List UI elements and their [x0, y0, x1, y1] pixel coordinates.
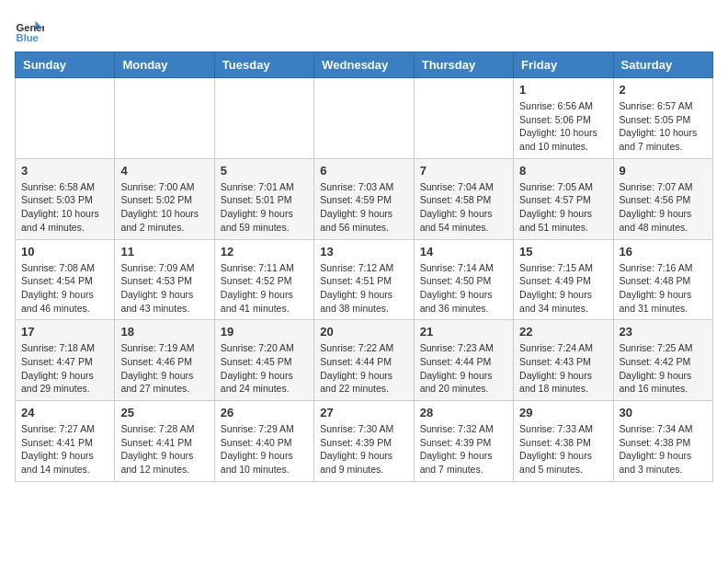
- calendar-cell: [115, 78, 214, 159]
- day-info: Sunrise: 7:30 AM Sunset: 4:39 PM Dayligh…: [320, 422, 407, 477]
- day-number: 15: [519, 245, 607, 259]
- day-info: Sunrise: 7:33 AM Sunset: 4:38 PM Dayligh…: [519, 422, 607, 477]
- day-number: 14: [420, 245, 507, 259]
- day-info: Sunrise: 7:09 AM Sunset: 4:53 PM Dayligh…: [120, 261, 208, 316]
- calendar-header-tuesday: Tuesday: [214, 52, 313, 78]
- day-number: 19: [221, 325, 308, 339]
- day-number: 7: [420, 164, 507, 178]
- svg-text:Blue: Blue: [17, 32, 39, 43]
- calendar-header-sunday: Sunday: [16, 52, 115, 78]
- day-number: 3: [21, 164, 108, 178]
- calendar-cell: 25Sunrise: 7:28 AM Sunset: 4:41 PM Dayli…: [115, 401, 214, 482]
- calendar-cell: 22Sunrise: 7:24 AM Sunset: 4:43 PM Dayli…: [514, 320, 613, 401]
- day-info: Sunrise: 7:01 AM Sunset: 5:01 PM Dayligh…: [221, 180, 308, 235]
- day-number: 23: [620, 325, 707, 339]
- day-info: Sunrise: 7:11 AM Sunset: 4:52 PM Dayligh…: [221, 261, 308, 316]
- day-info: Sunrise: 7:27 AM Sunset: 4:41 PM Dayligh…: [21, 422, 108, 477]
- calendar-cell: 28Sunrise: 7:32 AM Sunset: 4:39 PM Dayli…: [414, 401, 513, 482]
- calendar-cell: 7Sunrise: 7:04 AM Sunset: 4:58 PM Daylig…: [414, 158, 513, 239]
- calendar-cell: 11Sunrise: 7:09 AM Sunset: 4:53 PM Dayli…: [115, 239, 214, 320]
- day-number: 6: [320, 164, 407, 178]
- calendar-cell: 27Sunrise: 7:30 AM Sunset: 4:39 PM Dayli…: [314, 401, 414, 482]
- day-info: Sunrise: 7:00 AM Sunset: 5:02 PM Dayligh…: [120, 180, 208, 235]
- day-number: 20: [320, 325, 407, 339]
- calendar-week-row: 3Sunrise: 6:58 AM Sunset: 5:03 PM Daylig…: [16, 158, 713, 239]
- day-info: Sunrise: 7:03 AM Sunset: 4:59 PM Dayligh…: [320, 180, 407, 235]
- day-info: Sunrise: 7:32 AM Sunset: 4:39 PM Dayligh…: [420, 422, 507, 477]
- calendar-cell: [214, 78, 313, 159]
- calendar-cell: 8Sunrise: 7:05 AM Sunset: 4:57 PM Daylig…: [514, 158, 613, 239]
- day-info: Sunrise: 7:22 AM Sunset: 4:44 PM Dayligh…: [320, 341, 407, 396]
- calendar-cell: 5Sunrise: 7:01 AM Sunset: 5:01 PM Daylig…: [214, 158, 313, 239]
- calendar-cell: 15Sunrise: 7:15 AM Sunset: 4:49 PM Dayli…: [514, 239, 613, 320]
- calendar-cell: 2Sunrise: 6:57 AM Sunset: 5:05 PM Daylig…: [613, 78, 712, 159]
- calendar-cell: 26Sunrise: 7:29 AM Sunset: 4:40 PM Dayli…: [214, 401, 313, 482]
- calendar-cell: 9Sunrise: 7:07 AM Sunset: 4:56 PM Daylig…: [613, 158, 712, 239]
- day-info: Sunrise: 7:24 AM Sunset: 4:43 PM Dayligh…: [519, 341, 607, 396]
- day-number: 13: [320, 245, 407, 259]
- day-number: 4: [120, 164, 208, 178]
- calendar-body: 1Sunrise: 6:56 AM Sunset: 5:06 PM Daylig…: [16, 78, 713, 482]
- calendar-cell: 13Sunrise: 7:12 AM Sunset: 4:51 PM Dayli…: [314, 239, 414, 320]
- day-info: Sunrise: 7:15 AM Sunset: 4:49 PM Dayligh…: [519, 261, 607, 316]
- day-number: 29: [519, 406, 607, 419]
- day-info: Sunrise: 6:56 AM Sunset: 5:06 PM Dayligh…: [519, 99, 607, 154]
- day-number: 26: [221, 406, 308, 419]
- calendar-cell: [16, 78, 115, 159]
- calendar-cell: 4Sunrise: 7:00 AM Sunset: 5:02 PM Daylig…: [115, 158, 214, 239]
- day-number: 27: [320, 406, 407, 419]
- day-number: 17: [21, 325, 108, 339]
- calendar-header-saturday: Saturday: [613, 52, 712, 78]
- calendar-cell: 24Sunrise: 7:27 AM Sunset: 4:41 PM Dayli…: [16, 401, 115, 482]
- day-number: 22: [519, 325, 607, 339]
- header: General Blue: [15, 15, 713, 44]
- day-info: Sunrise: 7:07 AM Sunset: 4:56 PM Dayligh…: [620, 180, 707, 235]
- day-info: Sunrise: 7:04 AM Sunset: 4:58 PM Dayligh…: [420, 180, 507, 235]
- logo-icon: General Blue: [15, 15, 44, 44]
- calendar-cell: 18Sunrise: 7:19 AM Sunset: 4:46 PM Dayli…: [115, 320, 214, 401]
- day-info: Sunrise: 7:28 AM Sunset: 4:41 PM Dayligh…: [120, 422, 208, 477]
- day-number: 8: [519, 164, 607, 178]
- day-info: Sunrise: 7:23 AM Sunset: 4:44 PM Dayligh…: [420, 341, 507, 396]
- day-info: Sunrise: 6:57 AM Sunset: 5:05 PM Dayligh…: [620, 99, 707, 154]
- day-number: 9: [620, 164, 707, 178]
- calendar-header-friday: Friday: [514, 52, 613, 78]
- calendar-header-thursday: Thursday: [414, 52, 513, 78]
- calendar-cell: 3Sunrise: 6:58 AM Sunset: 5:03 PM Daylig…: [16, 158, 115, 239]
- day-number: 18: [120, 325, 208, 339]
- day-info: Sunrise: 7:25 AM Sunset: 4:42 PM Dayligh…: [620, 341, 707, 396]
- calendar-cell: 29Sunrise: 7:33 AM Sunset: 4:38 PM Dayli…: [514, 401, 613, 482]
- calendar-header-monday: Monday: [115, 52, 214, 78]
- calendar-cell: [314, 78, 414, 159]
- calendar-week-row: 1Sunrise: 6:56 AM Sunset: 5:06 PM Daylig…: [16, 78, 713, 159]
- logo: General Blue: [15, 15, 44, 44]
- calendar-cell: 20Sunrise: 7:22 AM Sunset: 4:44 PM Dayli…: [314, 320, 414, 401]
- calendar-cell: 1Sunrise: 6:56 AM Sunset: 5:06 PM Daylig…: [514, 78, 613, 159]
- calendar-week-row: 24Sunrise: 7:27 AM Sunset: 4:41 PM Dayli…: [16, 401, 713, 482]
- day-number: 12: [221, 245, 308, 259]
- calendar-cell: 23Sunrise: 7:25 AM Sunset: 4:42 PM Dayli…: [613, 320, 712, 401]
- day-number: 2: [620, 83, 707, 97]
- day-number: 11: [120, 245, 208, 259]
- calendar-cell: 6Sunrise: 7:03 AM Sunset: 4:59 PM Daylig…: [314, 158, 414, 239]
- calendar-cell: [414, 78, 513, 159]
- day-info: Sunrise: 7:20 AM Sunset: 4:45 PM Dayligh…: [221, 341, 308, 396]
- calendar-cell: 17Sunrise: 7:18 AM Sunset: 4:47 PM Dayli…: [16, 320, 115, 401]
- day-info: Sunrise: 7:16 AM Sunset: 4:48 PM Dayligh…: [620, 261, 707, 316]
- calendar-cell: 16Sunrise: 7:16 AM Sunset: 4:48 PM Dayli…: [613, 239, 712, 320]
- calendar-cell: 19Sunrise: 7:20 AM Sunset: 4:45 PM Dayli…: [214, 320, 313, 401]
- calendar-week-row: 10Sunrise: 7:08 AM Sunset: 4:54 PM Dayli…: [16, 239, 713, 320]
- day-number: 5: [221, 164, 308, 178]
- calendar-header-wednesday: Wednesday: [314, 52, 414, 78]
- calendar-cell: 30Sunrise: 7:34 AM Sunset: 4:38 PM Dayli…: [613, 401, 712, 482]
- calendar-cell: 10Sunrise: 7:08 AM Sunset: 4:54 PM Dayli…: [16, 239, 115, 320]
- calendar-week-row: 17Sunrise: 7:18 AM Sunset: 4:47 PM Dayli…: [16, 320, 713, 401]
- day-number: 30: [620, 406, 707, 419]
- day-info: Sunrise: 6:58 AM Sunset: 5:03 PM Dayligh…: [21, 180, 108, 235]
- day-info: Sunrise: 7:34 AM Sunset: 4:38 PM Dayligh…: [620, 422, 707, 477]
- calendar-cell: 14Sunrise: 7:14 AM Sunset: 4:50 PM Dayli…: [414, 239, 513, 320]
- day-info: Sunrise: 7:19 AM Sunset: 4:46 PM Dayligh…: [120, 341, 208, 396]
- day-number: 10: [21, 245, 108, 259]
- day-number: 28: [420, 406, 507, 419]
- day-number: 21: [420, 325, 507, 339]
